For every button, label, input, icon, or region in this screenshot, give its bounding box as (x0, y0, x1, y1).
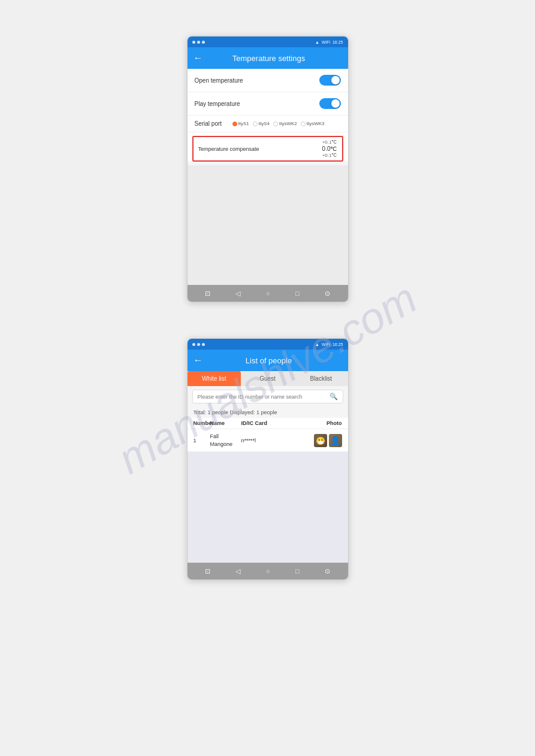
play-temperature-row: Play temperature (188, 92, 348, 116)
radio-ttysWK3[interactable]: ttysWK3 (301, 121, 325, 126)
status-dot-5 (197, 343, 200, 346)
nav-icon-settings-2[interactable]: ⊙ (325, 567, 330, 575)
page-wrapper: ▲ WiFi 16:25 ← Temperature settings Open… (0, 0, 535, 616)
serial-port-label: Serial port (195, 120, 228, 127)
th-name: Name (210, 420, 241, 426)
temp-compensate-row[interactable]: Temperature compensate +0.1℃ 0.0℃ +0.1℃ (192, 136, 343, 162)
search-bar[interactable]: 🔍 (192, 390, 343, 403)
radio-circle-ttysWK3 (301, 122, 306, 126)
signal-icon: ▲ (315, 40, 319, 44)
play-temperature-toggle[interactable] (319, 98, 341, 109)
tab-blacklist[interactable]: Blacklist (294, 371, 347, 386)
time-display: 16:25 (333, 40, 343, 44)
serial-port-row: Serial port ttyS1 ttyS4 ttysWK2 (188, 116, 348, 132)
stats-text: Total: 1 people Displayed: 1 people (194, 409, 277, 415)
status-dot-2 (197, 41, 200, 44)
search-input[interactable] (198, 394, 330, 400)
radio-circle-ttysWK2 (273, 122, 278, 126)
screen1-title: Temperature settings (208, 54, 330, 63)
th-number: Number (194, 420, 210, 426)
radio-circle-ttyS4 (253, 122, 258, 126)
open-temperature-row: Open temperature (188, 69, 348, 92)
nav-icon-home[interactable]: ○ (266, 290, 270, 297)
status-dot-1 (192, 41, 195, 44)
status-bar-left-2 (192, 343, 205, 346)
back-arrow-btn[interactable]: ← (194, 53, 203, 63)
nav-icon-back[interactable]: ◁ (235, 290, 240, 297)
avatar-face (329, 434, 342, 447)
open-temperature-label: Open temperature (195, 77, 243, 84)
temp-value-bottom: +0.1℃ (322, 153, 337, 158)
radio-circle-ttyS1 (232, 122, 237, 126)
phone-screen-1: ▲ WiFi 16:25 ← Temperature settings Open… (187, 36, 349, 302)
nav-icon-home-2[interactable]: ○ (266, 567, 270, 575)
bottom-nav-2: ⊡ ◁ ○ □ ⊙ (188, 563, 348, 579)
serial-port-radio-group: ttyS1 ttyS4 ttysWK2 ttysWK3 (232, 121, 325, 126)
phone-screen-2: ▲ WiFi 16:25 ← List of people White list… (187, 338, 349, 580)
temp-comp-values: +0.1℃ 0.0℃ +0.1℃ (322, 139, 337, 158)
play-temperature-label: Play temperature (195, 101, 240, 107)
td-number: 1 (194, 438, 210, 444)
status-dot-6 (202, 343, 205, 346)
name-line1: Fall (210, 433, 241, 441)
signal-icon-2: ▲ (315, 342, 319, 347)
temp-value-top: +0.1℃ (322, 139, 337, 145)
avatar-masked (314, 434, 327, 447)
nav-icon-recent-2[interactable]: □ (295, 567, 300, 575)
table-header: Number Name ID/IC Card Photo (188, 418, 348, 429)
nav-icon-recent[interactable]: □ (295, 290, 300, 297)
status-dot-4 (192, 343, 195, 346)
status-bar-left (192, 41, 205, 44)
td-name: Fall Mangone (210, 433, 241, 448)
table-row[interactable]: 1 Fall Mangone n*****l (188, 429, 348, 452)
nav-icon-back-2[interactable]: ◁ (235, 567, 240, 575)
nav-icon-settings[interactable]: ⊙ (325, 290, 330, 297)
name-line2: Mangone (210, 441, 241, 448)
app-header-2: ← List of people (188, 350, 348, 371)
open-temperature-toggle[interactable] (319, 75, 341, 86)
radio-ttysWK2[interactable]: ttysWK2 (273, 121, 297, 126)
radio-label-ttyS4: ttyS4 (259, 121, 270, 126)
tabs-row: White list Guest Blacklist (188, 371, 348, 386)
status-bar-right-2: ▲ WiFi 16:25 (315, 342, 343, 347)
settings-content: Open temperature Play temperature Serial… (188, 69, 348, 162)
back-arrow-btn-2[interactable]: ← (194, 355, 203, 366)
nav-icon-gallery-2[interactable]: ⊡ (205, 567, 210, 575)
temp-compensate-label: Temperature compensate (198, 146, 259, 152)
radio-ttyS4[interactable]: ttyS4 (253, 121, 270, 126)
td-photo (309, 434, 342, 447)
radio-label-ttysWK3: ttysWK3 (307, 121, 325, 126)
app-header-1: ← Temperature settings (188, 47, 348, 69)
radio-label-ttysWK2: ttysWK2 (279, 121, 297, 126)
status-bar-1: ▲ WiFi 16:25 (188, 37, 348, 47)
empty-content-1 (188, 165, 348, 285)
status-bar-2: ▲ WiFi 16:25 (188, 339, 348, 350)
status-dot-3 (202, 41, 205, 44)
tab-guest[interactable]: Guest (241, 371, 294, 386)
th-id-card: ID/IC Card (241, 420, 309, 426)
wifi-icon-2: WiFi (322, 342, 330, 347)
tab-whitelist[interactable]: White list (188, 371, 241, 386)
screen2-title: List of people (208, 356, 330, 365)
status-bar-right: ▲ WiFi 16:25 (315, 40, 343, 44)
bottom-nav-1: ⊡ ◁ ○ □ ⊙ (188, 285, 348, 302)
nav-icon-gallery[interactable]: ⊡ (205, 290, 210, 297)
wifi-icon: WiFi (322, 40, 330, 44)
td-id-card: n*****l (241, 438, 309, 444)
radio-label-ttyS1: ttyS1 (238, 121, 249, 126)
radio-ttyS1[interactable]: ttyS1 (232, 121, 249, 126)
time-display-2: 16:25 (333, 342, 343, 347)
th-photo: Photo (309, 420, 342, 426)
list-content-empty (188, 452, 348, 563)
temp-value-main: 0.0℃ (322, 145, 337, 152)
stats-row: Total: 1 people Displayed: 1 people (188, 407, 348, 418)
search-icon-btn[interactable]: 🔍 (330, 393, 338, 400)
